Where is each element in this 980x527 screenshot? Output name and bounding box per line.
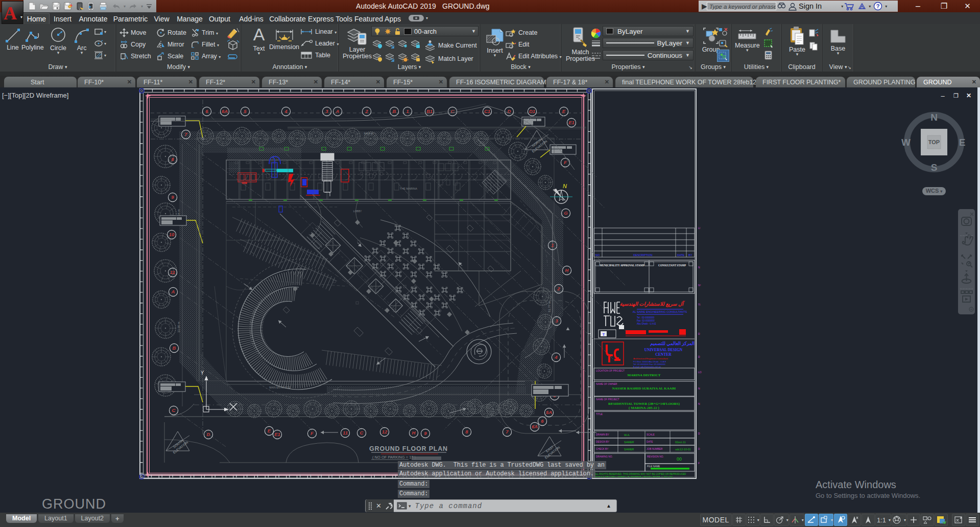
svg-text:Nº: Nº <box>698 284 701 287</box>
svg-text:5: 5 <box>244 108 247 114</box>
svg-text:UNIVERSAL DESIGN: UNIVERSAL DESIGN <box>644 348 683 352</box>
svg-text:D: D <box>698 447 700 450</box>
svg-text:4: 4 <box>284 108 288 114</box>
svg-text:5A: 5A <box>546 409 552 415</box>
svg-text:FILE NAME: FILE NAME <box>647 465 660 468</box>
svg-text:64.4 m: 64.4 m <box>364 132 373 135</box>
svg-text:TOP: TOP <box>928 139 940 145</box>
svg-text:3: 3 <box>325 108 328 114</box>
svg-text:7: 7 <box>184 131 187 137</box>
svg-text:6: 6 <box>541 418 544 424</box>
svg-text:A: A <box>171 289 175 294</box>
svg-text:1: 1 <box>551 242 554 248</box>
svg-text:6A: 6A <box>222 108 228 114</box>
svg-text:DESIGN BY: DESIGN BY <box>596 441 610 443</box>
svg-text:NAME OF PROJECT: NAME OF PROJECT <box>596 398 619 401</box>
svg-text:Fax: 02-0000000: Fax: 02-0000000 <box>637 319 655 322</box>
svg-text:REVISION NO.: REVISION NO. <box>647 455 664 458</box>
svg-text:C: C <box>172 407 176 413</box>
svg-text:2: 2 <box>557 286 560 291</box>
svg-text:B: B <box>173 345 176 351</box>
svg-text:F: F <box>310 430 314 436</box>
svg-text:F: F <box>698 462 700 465</box>
svg-text:D1: D1 <box>529 108 535 114</box>
svg-text:4: 4 <box>554 354 558 360</box>
svg-text:NAME OF OWNER: NAME OF OWNER <box>596 383 617 385</box>
svg-text:N: N <box>563 183 567 189</box>
svg-text:DRAWN BY: DRAWN BY <box>596 433 609 436</box>
svg-text:N: N <box>698 402 700 405</box>
svg-text:CENTER: CENTER <box>655 352 672 357</box>
svg-text:8: 8 <box>465 429 468 434</box>
svg-text:1: 1 <box>406 108 409 114</box>
svg-text:N: N <box>930 112 938 123</box>
svg-text:12: 12 <box>382 429 388 434</box>
svg-text:DATE: DATE <box>677 254 685 257</box>
svg-text:6A: 6A <box>532 424 538 429</box>
svg-text:C: C <box>360 430 364 436</box>
svg-text:E: E <box>268 428 271 433</box>
svg-text:LOCATION OF PROJECT: LOCATION OF PROJECT <box>596 370 625 372</box>
svg-text:11: 11 <box>343 430 348 436</box>
svg-text:Architectural Engineers Consul: Architectural Engineers Consultant <box>633 357 668 360</box>
svg-text:DESCRIPTION: DESCRIPTION <box>633 254 653 257</box>
svg-text:CHECK BY: CHECK BY <box>596 448 609 450</box>
svg-text:D: D <box>698 355 700 358</box>
svg-text:B: B <box>393 108 396 114</box>
svg-text:( MARINA-205-22 ): ( MARINA-205-22 ) <box>629 406 660 410</box>
svg-text:LI: LI <box>698 226 700 230</box>
svg-text:F: F <box>564 159 567 165</box>
svg-text:CONSULTANT STAMP: CONSULTANT STAMP <box>658 264 686 267</box>
svg-text:TITLE: TITLE <box>596 413 603 416</box>
svg-text:7: 7 <box>506 429 509 434</box>
svg-text:Abu Dhabi - U.A.E: Abu Dhabi - U.A.E <box>637 323 656 325</box>
svg-text:LO: LO <box>698 371 702 374</box>
svg-text:( NO OF PARKING = 17 ): ( NO OF PARKING = 17 ) <box>372 455 416 460</box>
svg-text:DRAWING NO.: DRAWING NO. <box>596 455 613 458</box>
svg-text:33.90 m: 33.90 m <box>177 322 180 333</box>
svg-text:AL SARIE ENGINEERING CONSULTAN: AL SARIE ENGINEERING CONSULTANTS <box>633 310 687 313</box>
svg-text:E: E <box>562 108 566 114</box>
svg-text:W: W <box>901 137 911 148</box>
svg-text:المركز العالمي للتصميم: المركز العالمي للتصميم <box>650 341 695 347</box>
svg-text:THE MARINA: THE MARINA <box>400 187 417 190</box>
svg-text:NASSER RASHID SURAIYA AL K: NASSER RASHID SURAIYA AL KAABI <box>612 386 676 391</box>
svg-text:آل سريع للاستشارات الهندسية: آل سريع للاستشارات الهندسية <box>620 301 685 307</box>
svg-text:11: 11 <box>170 269 175 275</box>
svg-text:D: D <box>207 431 210 437</box>
svg-text:?: ? <box>876 3 880 9</box>
svg-text:LOBBY: LOBBY <box>353 210 362 213</box>
svg-text:51.77 m: 51.77 m <box>548 301 551 312</box>
svg-text:BY: BY <box>688 254 692 257</box>
svg-text:NO: NO <box>595 254 600 257</box>
svg-text:E1: E1 <box>274 431 280 437</box>
svg-text:G: G <box>564 210 568 216</box>
svg-text:02oct.11: 02oct.11 <box>675 441 686 444</box>
svg-text:W.A.: W.A. <box>624 433 630 437</box>
svg-text:8: 8 <box>171 156 174 162</box>
svg-text:3: 3 <box>555 318 558 324</box>
svg-text:D: D <box>698 432 700 435</box>
svg-text:H: H <box>565 267 569 273</box>
svg-text:GROUND FLOOR PLAN: GROUND FLOOR PLAN <box>369 445 448 452</box>
svg-text:00: 00 <box>677 456 682 462</box>
svg-text:E1: E1 <box>568 120 575 125</box>
svg-text:JOB NUMBER: JOB NUMBER <box>647 448 663 450</box>
svg-text:N: N <box>698 266 700 269</box>
svg-text:A: A <box>4 3 17 22</box>
svg-text:A: A <box>253 25 265 44</box>
svg-text:9: 9 <box>424 430 427 436</box>
svg-text:SAMER: SAMER <box>624 448 634 451</box>
svg-text:MARINA DISTRICT: MARINA DISTRICT <box>628 373 661 377</box>
svg-text:C: C <box>451 108 455 114</box>
svg-text:S: S <box>931 162 938 173</box>
svg-text:9: 9 <box>171 194 174 200</box>
svg-text:SAMER: SAMER <box>624 441 634 444</box>
svg-text:TI: TI <box>698 303 700 306</box>
svg-text:E: E <box>959 137 966 148</box>
svg-text:SCALE: SCALE <box>647 433 655 436</box>
svg-text:T: T <box>603 332 605 337</box>
svg-text:DATE: DATE <box>647 441 653 443</box>
svg-text:D: D <box>698 332 700 335</box>
svg-text:RESIDENTIAL TOWER (2B+G+14FL: RESIDENTIAL TOWER (2B+G+14FLOORS) <box>608 402 680 406</box>
